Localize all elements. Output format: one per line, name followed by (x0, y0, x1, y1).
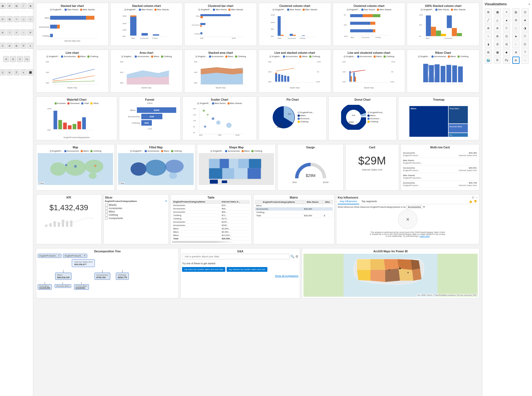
toolbar-icon-e2[interactable]: ⊞ (7, 69, 13, 75)
toolbar-icon-a5[interactable]: ◇ (27, 16, 34, 22)
viz-slicer-icon[interactable]: ☑ (521, 40, 529, 48)
viz-matrix-icon[interactable]: ▦ (494, 49, 501, 56)
viz-ribbon-icon[interactable]: ⊗ (485, 24, 492, 32)
key-inf-more-icon[interactable]: ··· (475, 196, 478, 199)
slicer-clothing[interactable]: Clothing (105, 213, 167, 217)
toolbar-icon-b2[interactable]: ▽ (7, 29, 13, 35)
show-all-suggestions-link[interactable]: Show all suggestions (275, 275, 298, 277)
key-inf-answer[interactable]: Accessories (406, 205, 422, 209)
toolbar-icon-c1[interactable]: ⊡ (0, 43, 6, 49)
toolbar-icon-a2[interactable]: ▥ (7, 16, 13, 22)
viz-r-icon[interactable]: R (494, 57, 501, 64)
toolbar-icon-d4[interactable]: Py (24, 56, 30, 62)
toolbar-icon-e5[interactable]: ⬛ (27, 69, 34, 75)
viz-multirow-icon[interactable]: ⊟ (503, 40, 510, 48)
viz-card-icon[interactable]: ☰ (494, 40, 501, 48)
viz-panel-chevron[interactable]: › (529, 2, 530, 6)
slicer-checkbox-blank[interactable] (105, 204, 108, 206)
slicer-accessories[interactable]: Accessories (105, 207, 167, 210)
toolbar-icon-b1[interactable]: ⊕ (0, 29, 6, 35)
qa-input[interactable] (182, 254, 289, 259)
slicer-blank[interactable]: [Blank] (105, 203, 167, 207)
viz-selected-icon[interactable]: ⚙ (512, 57, 520, 64)
viz-line-clustered-icon[interactable]: ◈ (521, 16, 529, 24)
table-header-category[interactable]: EnglishProductCategoryName (172, 200, 221, 204)
viz-pie-icon[interactable]: ◑ (521, 24, 529, 32)
key-inf-tab-segments[interactable]: Top segments (359, 199, 379, 204)
table-header-sales[interactable]: Internet Sales A... (221, 200, 250, 204)
viz-key-inf-icon[interactable]: ◆ (503, 49, 510, 56)
viz-scatter-icon[interactable]: ◌ (512, 24, 520, 32)
viz-arcgis-icon[interactable]: 🌍 (485, 57, 492, 64)
viz-py-icon[interactable]: Py (503, 57, 510, 64)
toolbar-icon-e1[interactable]: ⊡ (0, 69, 6, 75)
viz-map-icon[interactable]: ⊡ (503, 32, 510, 40)
learn-more-link[interactable]: Learn more (420, 235, 430, 237)
slicer-bikes[interactable]: Bikes (105, 210, 167, 213)
viz-kpi-icon[interactable]: ↑ (512, 40, 520, 48)
toolbar-icon-bar[interactable]: ▦ (0, 3, 6, 9)
toolbar-icon-a3[interactable]: ≡ (14, 16, 20, 22)
toolbar-icon-line[interactable]: ╱ (21, 3, 27, 9)
viz-shape-map-icon[interactable]: ☐ (521, 32, 529, 40)
toolbar-icon-e4[interactable]: ♦ (21, 69, 27, 75)
thumbs-up-icon[interactable]: 👍 (469, 200, 472, 203)
slicer-components[interactable]: Components (105, 217, 167, 220)
slicer-checkbox-clothing[interactable] (105, 214, 108, 216)
key-inf-filter-icon[interactable]: ▽ (472, 196, 474, 199)
viz-clustered-col-icon[interactable]: ▥ (512, 8, 520, 16)
matrix-header-bike-racks[interactable]: Bike Racks (303, 200, 323, 204)
viz-stacked-area-icon[interactable]: ▲ (503, 16, 510, 24)
qa-button-1[interactable]: top sizes by reseller sales amt and ship (182, 267, 225, 272)
toolbar-icon-c5[interactable]: ♦ (27, 43, 34, 49)
toolbar-icon-col[interactable]: ▤ (14, 3, 20, 9)
toolbar-icon-pie[interactable]: ◑ (27, 3, 34, 9)
slicer-checkbox-accessories[interactable] (105, 207, 108, 210)
decomp-field-1[interactable]: EnglishProductC... ▽ (38, 254, 62, 258)
toolbar-icon-b5[interactable]: ⚙ (27, 29, 34, 35)
table-scrollbar[interactable] (172, 241, 234, 243)
viz-stacked-bar-icon[interactable]: ⊞ (485, 8, 492, 16)
viz-funnel-icon[interactable]: ▽ (503, 24, 510, 32)
toolbar-icon-d3[interactable]: R (17, 56, 23, 62)
viz-area-icon[interactable]: △ (494, 16, 501, 24)
viz-table-icon[interactable]: ⊞ (485, 49, 492, 56)
viz-more-icon[interactable]: ··· (521, 57, 529, 64)
slicer-checkbox-bikes[interactable] (105, 210, 108, 213)
qa-button-2[interactable]: top classes by reseller sales amt due (227, 267, 267, 272)
toolbar-icon-filter[interactable]: ⊞ (7, 3, 13, 9)
arcgis-svg (303, 254, 478, 297)
toolbar-icon-d1[interactable]: ⊕ (3, 56, 9, 62)
viz-line-icon[interactable]: ╱ (485, 16, 492, 24)
toolbar-icon-c3[interactable]: ⊠ (14, 43, 20, 49)
toolbar-icon-a4[interactable]: △ (21, 16, 27, 22)
matrix-header-bike[interactable]: Bike (323, 200, 332, 204)
toolbar-icon-d2[interactable]: ⊟ (10, 56, 16, 62)
matrix-header-category[interactable]: EnglishProductCategoryName (255, 200, 303, 204)
thumbs-down-icon[interactable]: 👎 (474, 200, 477, 203)
viz-100-stacked-col-icon[interactable]: ⊡ (521, 8, 529, 16)
viz-qa-icon[interactable]: ? (521, 49, 529, 56)
qa-settings-icon[interactable]: ⚙ (295, 255, 298, 258)
viz-clustered-bar-icon[interactable]: ≡ (503, 8, 510, 16)
viz-line-stacked-icon[interactable]: ⊟ (512, 16, 520, 24)
svg-text:Clothing: Clothing (152, 37, 158, 39)
qa-search-icon[interactable]: 🔍 (290, 255, 295, 258)
viz-decomp-icon[interactable]: ⊕ (512, 49, 520, 56)
toolbar-icon-e3[interactable]: ☰ (14, 69, 20, 75)
viz-waterfall-icon[interactable]: ⊕ (494, 24, 501, 32)
toolbar-icon-b3[interactable]: ✕ (14, 29, 20, 35)
viz-filled-map-icon[interactable]: ◈ (512, 32, 520, 40)
viz-col-icon[interactable]: ▦ (494, 8, 501, 16)
toolbar-icon-c4[interactable]: ☰ (21, 43, 27, 49)
viz-donut-icon[interactable]: ○ (485, 32, 492, 40)
key-inf-tab-influencers[interactable]: Key influencers (338, 199, 359, 204)
toolbar-icon-b4[interactable]: ○ (21, 29, 27, 35)
decomp-field-2-close[interactable]: ✕ (84, 255, 86, 257)
viz-gauge-icon[interactable]: ◗ (485, 40, 492, 48)
toolbar-icon-a1[interactable]: ⊟ (0, 16, 6, 22)
slicer-checkbox-components[interactable] (105, 217, 108, 220)
decomp-field-2[interactable]: EnglishProductS... ✕ (63, 254, 87, 258)
viz-treemap-icon[interactable]: ⊞ (494, 32, 501, 40)
toolbar-icon-c2[interactable]: ⊞ (7, 43, 13, 49)
